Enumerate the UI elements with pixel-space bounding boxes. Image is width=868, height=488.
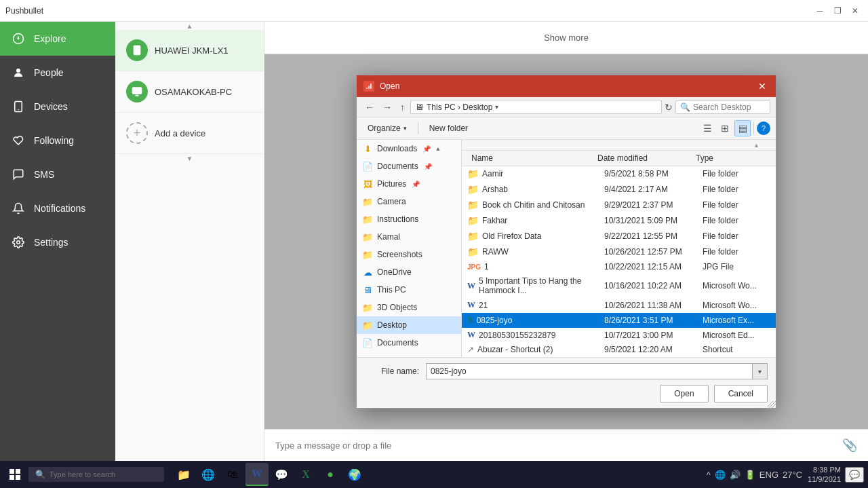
screenshots-folder-icon: 📁 (362, 249, 373, 260)
up-button[interactable]: ↑ (397, 100, 408, 114)
app-title: Pushbullet (5, 6, 43, 16)
battery-icon[interactable]: 🔋 (743, 468, 757, 481)
taskbar-app-store[interactable]: 🛍 (221, 463, 244, 486)
minimize-button[interactable]: ─ (812, 3, 827, 18)
svg-point-4 (18, 109, 19, 111)
sidebar-explore-label: Explore (34, 33, 66, 44)
scroll-down-arrow[interactable]: ▼ (183, 154, 197, 162)
file-row[interactable]: W 5 Important Tips to Hang the Hammock I… (462, 274, 776, 298)
device-item-pc[interactable]: OSAMAKOKAB-PC (115, 71, 264, 113)
name-column-header[interactable]: Name (467, 151, 593, 166)
file-row[interactable]: X 0825-joyo 8/26/2021 3:51 PM Microsoft … (462, 313, 776, 328)
notification-button[interactable]: 💬 (845, 467, 864, 483)
sidebar-item-notifications[interactable]: Notifications (0, 191, 115, 225)
svg-point-5 (17, 241, 20, 244)
taskbar-app-word[interactable]: W (245, 463, 269, 486)
left-panel-downloads[interactable]: ⬇ Downloads 📌 ▲ (357, 140, 461, 157)
open-button[interactable]: Open (660, 385, 708, 402)
filename-input-wrap: ▾ (426, 363, 768, 379)
lang-indicator[interactable]: ENG (758, 468, 780, 481)
file-row[interactable]: 📁 Fakhar 10/31/2021 5:09 PM File folder (462, 213, 776, 229)
breadcrumb-dropdown-button[interactable]: ▾ (495, 103, 498, 111)
file-list-panel: ▲ Name Date modified (462, 140, 776, 357)
maximize-button[interactable]: ❐ (830, 3, 845, 18)
left-panel-3dobjects-label: 3D Objects (377, 303, 417, 312)
left-panel-3dobjects[interactable]: 📁 3D Objects (357, 299, 461, 316)
cancel-button[interactable]: Cancel (714, 385, 768, 402)
left-panel-documents-label: Documents (377, 162, 418, 171)
documents2-icon: 📄 (362, 337, 373, 348)
type-column-header[interactable]: Type (692, 151, 760, 166)
app-body: Explore People Devices Following SMS (0, 22, 868, 461)
sidebar-item-explore[interactable]: Explore (0, 22, 115, 56)
taskbar-app-teams[interactable]: 💬 (270, 463, 293, 486)
left-panel-documents[interactable]: 📄 Documents 📌 (357, 157, 461, 175)
dialog-footer: File name: ▾ Open Cancel (357, 357, 776, 408)
search-input[interactable] (693, 102, 761, 112)
file-row[interactable]: 📁 Book ch Chitin and Chitosan 9/29/2021 … (462, 198, 776, 213)
left-panel: ⬇ Downloads 📌 ▲ 📄 Documents 📌 (357, 140, 462, 357)
sidebar-item-devices[interactable]: Devices (0, 90, 115, 124)
forward-button[interactable]: → (380, 100, 395, 114)
taskbar-search: 🔍 (28, 467, 164, 482)
left-panel-camera[interactable]: 📁 Camera (357, 193, 461, 210)
follow-icon (11, 133, 26, 148)
details-view-button[interactable]: ⊞ (717, 120, 733, 136)
help-button[interactable]: ? (757, 121, 770, 135)
left-panel-thispc[interactable]: 🖥 This PC (357, 281, 461, 299)
file-row[interactable]: JPG 1 10/22/2021 12:15 AM JPG File (462, 260, 776, 274)
date-column-header[interactable]: Date modified (593, 151, 692, 166)
sidebar-item-following[interactable]: Following (0, 124, 115, 157)
device-item-add[interactable]: + Add a device (115, 113, 264, 154)
main-body: Open ✕ ← → ↑ 🖥 This PC › Desktop ▾ (264, 54, 868, 429)
taskbar-app-pushbullet[interactable]: ● (319, 463, 342, 486)
breadcrumb-bar[interactable]: 🖥 This PC › Desktop ▾ (410, 100, 662, 114)
network-icon[interactable]: 🌐 (713, 468, 727, 481)
file-row[interactable]: ↗ Abuzar - Shortcut (2) 9/5/2021 12:20 A… (462, 343, 776, 357)
left-panel-pictures[interactable]: 🖼 Pictures 📌 (357, 175, 461, 193)
left-panel-instructions[interactable]: 📁 Instructions (357, 210, 461, 228)
details2-view-button[interactable]: ▤ (734, 120, 751, 136)
taskbar-search-input[interactable] (50, 470, 138, 478)
start-button[interactable] (4, 464, 26, 485)
file-row[interactable]: 📁 Arshab 9/4/2021 2:17 AM File folder (462, 182, 776, 198)
left-panel-onedrive[interactable]: ☁ OneDrive (357, 263, 461, 281)
list-view-button[interactable]: ☰ (699, 120, 715, 136)
scroll-up-arrow[interactable]: ▲ (183, 22, 197, 30)
taskbar-app-explorer[interactable]: 📁 (172, 463, 195, 486)
left-panel-kamal[interactable]: 📁 Kamal (357, 228, 461, 246)
file-row[interactable]: W 21 10/26/2021 11:38 AM Microsoft Wo... (462, 298, 776, 313)
file-row[interactable]: 📁 Aamir 9/5/2021 8:58 PM File folder (462, 166, 776, 182)
taskbar-app-excel[interactable]: X (294, 463, 317, 486)
left-panel-screenshots[interactable]: 📁 Screenshots (357, 246, 461, 263)
sidebar-item-people[interactable]: People (0, 56, 115, 90)
new-folder-button[interactable]: New folder (424, 121, 473, 135)
back-button[interactable]: ← (362, 100, 377, 114)
left-panel-desktop[interactable]: 📁 Desktop (357, 316, 461, 334)
file-row[interactable]: 📁 RAWW 10/26/2021 12:57 PM File folder (462, 244, 776, 260)
system-tray-icon1[interactable]: ^ (705, 468, 712, 481)
taskbar-app-edge[interactable]: 🌐 (197, 463, 220, 486)
file-row[interactable]: 📁 Old Firefox Data 9/22/2021 12:55 PM Fi… (462, 229, 776, 244)
sidebar-item-settings[interactable]: Settings (0, 225, 115, 259)
left-panel-desktop-label: Desktop (377, 320, 407, 330)
message-input[interactable] (275, 440, 837, 451)
organize-button[interactable]: Organize ▾ (362, 121, 412, 135)
refresh-button[interactable]: ↻ (665, 102, 673, 113)
volume-icon[interactable]: 🔊 (728, 468, 742, 481)
person-icon (11, 65, 26, 80)
filename-dropdown-button[interactable]: ▾ (752, 364, 767, 379)
downloads-icon: ⬇ (362, 143, 373, 154)
show-more-button[interactable]: Show more (538, 30, 594, 45)
attach-button[interactable]: 📎 (842, 438, 857, 453)
taskbar-app-chrome[interactable]: 🌍 (343, 463, 366, 486)
sidebar-item-sms[interactable]: SMS (0, 157, 115, 191)
file-row[interactable]: W 20180530155232879 10/7/2021 3:00 PM Mi… (462, 328, 776, 343)
device-item-phone[interactable]: HUAWEI JKM-LX1 (115, 30, 264, 71)
main-content: Show more Open ✕ (264, 22, 868, 461)
resize-handle[interactable] (768, 400, 776, 408)
left-panel-documents2[interactable]: 📄 Documents (357, 334, 461, 352)
dialog-close-button[interactable]: ✕ (755, 79, 769, 93)
filename-input[interactable] (426, 363, 768, 379)
close-button[interactable]: ✕ (848, 3, 863, 18)
